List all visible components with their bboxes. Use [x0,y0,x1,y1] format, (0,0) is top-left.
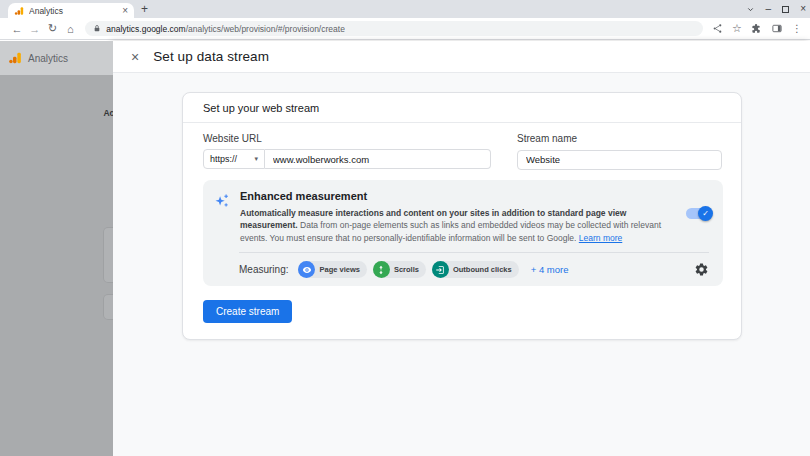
url-text: analytics.google.com/analytics/web/provi… [106,24,345,34]
app-area: Analytics Acc × Set up data stream Set u… [0,41,810,456]
chip-outbound-clicks: Outbound clicks [432,261,519,278]
minimize-button[interactable]: – [766,4,772,14]
new-tab-button[interactable]: + [141,2,148,16]
setup-data-stream-panel: × Set up data stream Set up your web str… [113,41,810,456]
forward-icon[interactable]: → [26,23,44,35]
home-icon[interactable]: ⌂ [61,23,79,35]
toggle-check-icon: ✓ [698,206,713,221]
ga-logo-icon [8,51,22,65]
close-icon[interactable]: × [131,50,139,64]
clipped-background-text: Acc [103,108,113,118]
address-bar[interactable]: analytics.google.com/analytics/web/provi… [85,21,703,36]
analytics-brand-label: Analytics [28,53,68,64]
eye-icon [298,261,315,278]
enhanced-measurement-title: Enhanced measurement [240,190,667,202]
stream-form-row: Website URL https:// ▾ Stream name [183,123,741,170]
sparkle-icon [213,190,240,245]
analytics-header: Analytics [0,41,113,75]
gear-icon [694,262,709,277]
create-stream-button[interactable]: Create stream [203,300,292,323]
learn-more-link[interactable]: Learn more [579,233,622,243]
protocol-select[interactable]: https:// ▾ [203,149,265,169]
stream-name-field-group: Stream name [517,133,722,170]
outbound-click-icon [432,261,449,278]
measuring-row: Measuring: Page views [203,253,723,286]
browser-tab-analytics[interactable]: Analytics × [8,3,134,18]
window-close-button[interactable]: × [800,4,806,14]
url-path: /analytics/web/provision/#/provision/cre… [186,24,345,34]
website-url-field-group: Website URL https:// ▾ [203,133,491,170]
browser-window: Analytics × + – × ← → ↻ ⌂ analytics.goog… [0,0,810,456]
enhanced-measurement-section: Enhanced measurement Automatically measu… [203,180,723,287]
enhanced-measurement-toggle[interactable]: ✓ [686,208,711,219]
chip-label: Scrolls [394,265,419,274]
lock-icon[interactable] [93,24,101,33]
address-bar-row: ← → ↻ ⌂ analytics.google.com/analytics/w… [0,18,810,40]
window-controls: – × [746,0,806,18]
background-card-edge [103,227,113,283]
web-stream-card: Set up your web stream Website URL https… [182,92,742,340]
bookmark-star-icon[interactable]: ☆ [732,22,742,35]
website-url-input[interactable] [265,149,491,169]
more-chips-link[interactable]: + 4 more [531,264,569,275]
dimmed-background-page: Analytics Acc [0,41,113,456]
tab-close-icon[interactable]: × [122,6,128,16]
share-icon[interactable] [712,23,723,34]
modal-scrim[interactable]: Acc [0,75,113,456]
chevron-down-icon: ▾ [254,155,258,163]
panel-header: × Set up data stream [113,41,810,73]
protocol-value: https:// [210,154,237,164]
chevron-down-icon[interactable] [746,5,755,14]
url-domain: analytics.google.com [106,24,185,34]
ga-logo-icon [14,6,24,16]
chip-scrolls: Scrolls [373,261,426,278]
extensions-puzzle-icon[interactable] [751,23,762,34]
restore-button[interactable] [782,6,789,13]
page-title: Set up data stream [153,49,269,64]
back-icon[interactable]: ← [8,23,26,35]
tab-title: Analytics [29,6,117,16]
panel-body: Set up your web stream Website URL https… [113,73,810,456]
stream-name-label: Stream name [517,133,722,144]
measuring-label: Measuring: [239,264,288,275]
tab-strip: Analytics × + – × [0,0,810,18]
enhanced-measurement-description: Automatically measure interactions and c… [240,207,667,245]
chip-label: Page views [319,265,359,274]
stream-name-input[interactable] [517,150,722,170]
browser-menu-icon[interactable]: ⋮ [792,23,802,34]
side-panel-icon[interactable] [771,23,783,34]
chip-page-views: Page views [298,261,366,278]
chip-label: Outbound clicks [453,265,512,274]
website-url-label: Website URL [203,133,491,144]
card-header: Set up your web stream [183,93,741,123]
enhanced-settings-button[interactable] [694,262,709,277]
background-card-edge [103,294,113,320]
reload-icon[interactable]: ↻ [44,22,62,35]
scroll-icon [373,261,390,278]
